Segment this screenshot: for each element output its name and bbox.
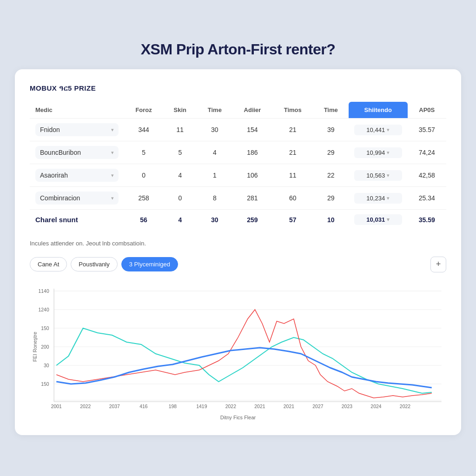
svg-text:2027: 2027 xyxy=(312,404,323,409)
svg-text:2022: 2022 xyxy=(80,404,91,409)
cell-apos: 35.57 xyxy=(408,119,446,141)
cell-name[interactable]: Fnidon▾ xyxy=(30,119,124,141)
tab-cane-at[interactable]: Cane At xyxy=(30,257,67,271)
cell-timos: 21 xyxy=(272,141,313,164)
cell-time: 4 xyxy=(197,141,232,164)
cell-bold-skin: 4 xyxy=(163,210,197,230)
cell-time2: 39 xyxy=(313,119,349,141)
cell-time: 30 xyxy=(197,119,232,141)
line-chart: 1140 1240 150 200 30 150 2001 2022 2037 … xyxy=(30,282,446,412)
table-row: Combinracion▾ 258 0 8 281 60 29 10,234▾ … xyxy=(30,187,446,210)
main-card: MOBUX ዓር5 pRIZE Medic Foroz Skin Time Ad… xyxy=(15,69,461,435)
cell-apos: 25.34 xyxy=(408,187,446,210)
table-row: Fnidon▾ 344 11 30 154 21 39 10,441▾ 35.5… xyxy=(30,119,446,141)
y-axis-label: FEI Roneştre xyxy=(32,331,37,362)
cell-timos: 60 xyxy=(272,187,313,210)
col-time2: Time xyxy=(313,102,349,119)
cell-adiier: 154 xyxy=(232,119,272,141)
cell-bold-adiier: 259 xyxy=(232,210,272,230)
svg-text:2023: 2023 xyxy=(342,404,352,409)
cell-bold-time: 30 xyxy=(197,210,232,230)
cell-name[interactable]: Combinracion▾ xyxy=(30,187,124,210)
svg-text:2024: 2024 xyxy=(370,404,381,409)
cell-skin: 5 xyxy=(163,141,197,164)
teal-line xyxy=(56,328,431,393)
col-adiier: Adiier xyxy=(232,102,272,119)
description-text: Incules attlender on. Jeout lnb combsati… xyxy=(30,239,446,248)
svg-text:1140: 1140 xyxy=(39,289,49,294)
table-row: Asaorirah▾ 0 4 1 106 11 22 10,563▾ 42,58 xyxy=(30,164,446,187)
svg-text:2001: 2001 xyxy=(51,404,62,409)
cell-foroz: 344 xyxy=(124,119,163,141)
cell-apos: 42,58 xyxy=(408,164,446,187)
cell-time: 1 xyxy=(197,164,232,187)
tabs-row: Cane At Poustlvanly 3 Plyceminiged + xyxy=(30,257,446,272)
cell-shiitendo: 10,563▾ xyxy=(349,164,408,187)
svg-text:150: 150 xyxy=(41,382,49,387)
cell-adiier: 281 xyxy=(232,187,272,210)
svg-text:416: 416 xyxy=(139,404,148,409)
cell-timos: 21 xyxy=(272,119,313,141)
cell-bold-shiitendo: 10,031▾ xyxy=(349,210,408,230)
col-skin: Skin xyxy=(163,102,197,119)
svg-text:150: 150 xyxy=(41,326,49,331)
cell-bold-timos: 57 xyxy=(272,210,313,230)
col-foroz: Foroz xyxy=(124,102,163,119)
svg-text:200: 200 xyxy=(41,344,49,350)
svg-text:198: 198 xyxy=(169,404,177,409)
blue-trend-line xyxy=(56,348,431,388)
svg-text:2021: 2021 xyxy=(284,404,294,409)
svg-text:2022: 2022 xyxy=(225,404,236,409)
col-timos: Timos xyxy=(272,102,313,119)
card-subtitle: MOBUX ዓር5 pRIZE xyxy=(30,84,446,93)
data-table: Medic Foroz Skin Time Adiier Timos Time … xyxy=(30,102,446,230)
cell-foroz: 258 xyxy=(124,187,163,210)
cell-time2: 29 xyxy=(313,187,349,210)
cell-apos: 74,24 xyxy=(408,141,446,164)
cell-timos: 11 xyxy=(272,164,313,187)
svg-text:30: 30 xyxy=(44,363,49,368)
cell-shiitendo: 10,994▾ xyxy=(349,141,408,164)
cell-adiier: 106 xyxy=(232,164,272,187)
cell-shiitendo: 10,441▾ xyxy=(349,119,408,141)
cell-skin: 11 xyxy=(163,119,197,141)
add-tab-button[interactable]: + xyxy=(430,257,446,272)
col-time: Time xyxy=(197,102,232,119)
svg-text:1240: 1240 xyxy=(39,307,49,312)
table-bold-row: Charel snunt 56 4 30 259 57 10 10,031▾ 3… xyxy=(30,210,446,230)
cell-adiier: 186 xyxy=(232,141,272,164)
cell-foroz: 5 xyxy=(124,141,163,164)
cell-time2: 29 xyxy=(313,141,349,164)
col-apos: AP0S xyxy=(408,102,446,119)
table-row: BouncBuribon▾ 5 5 4 186 21 29 10,994▾ 74… xyxy=(30,141,446,164)
cell-name[interactable]: Asaorirah▾ xyxy=(30,164,124,187)
cell-name[interactable]: BouncBuribon▾ xyxy=(30,141,124,164)
col-medic: Medic xyxy=(30,102,124,119)
cell-skin: 0 xyxy=(163,187,197,210)
x-axis-label: Ditny Fics Flear xyxy=(30,415,446,420)
svg-text:1419: 1419 xyxy=(196,404,207,409)
cell-time2: 22 xyxy=(313,164,349,187)
svg-text:2022: 2022 xyxy=(400,404,410,409)
svg-text:2037: 2037 xyxy=(109,404,120,409)
tab-poustlvanly[interactable]: Poustlvanly xyxy=(71,257,117,271)
cell-bold-time2: 10 xyxy=(313,210,349,230)
cell-bold-name: Charel snunt xyxy=(30,210,124,230)
cell-shiitendo: 10,234▾ xyxy=(349,187,408,210)
cell-foroz: 0 xyxy=(124,164,163,187)
svg-text:2021: 2021 xyxy=(254,404,265,409)
cell-bold-foroz: 56 xyxy=(124,210,163,230)
col-shiitendo: Shiitendo xyxy=(349,102,408,119)
page-title: XSM Prip Arton-First renter? xyxy=(141,41,336,58)
red-line xyxy=(56,310,431,398)
cell-skin: 4 xyxy=(163,164,197,187)
chart-wrapper: 1140 1240 150 200 30 150 2001 2022 2037 … xyxy=(30,282,446,420)
cell-bold-apos: 35.59 xyxy=(408,210,446,230)
tab-plyceminiged[interactable]: 3 Plyceminiged xyxy=(121,257,178,271)
cell-time: 8 xyxy=(197,187,232,210)
